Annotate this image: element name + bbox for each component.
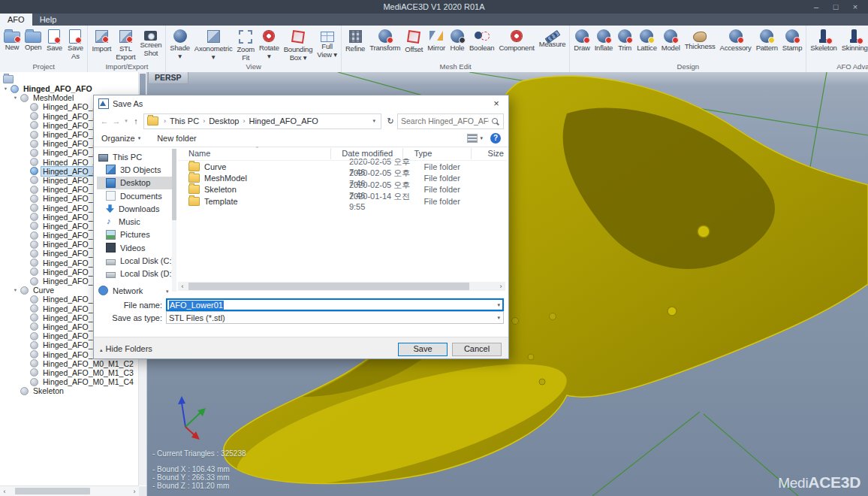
pattern-button[interactable]: Pattern [754, 27, 780, 53]
column-header-name[interactable]: Name [178, 148, 331, 159]
scroll-right-icon[interactable]: › [130, 487, 139, 496]
save-type-dropdown-icon[interactable]: ▾ [497, 315, 500, 321]
rotate-button[interactable]: Rotate ▾ [257, 27, 282, 60]
accessory-button[interactable]: Accessory [718, 27, 754, 53]
up-icon[interactable]: ↑ [130, 116, 142, 126]
stamp-button[interactable]: Stamp [780, 27, 804, 53]
inflate-button[interactable]: Inflate [592, 27, 615, 53]
import-button[interactable]: Import [89, 27, 113, 53]
dialog-close-icon[interactable]: × [484, 95, 508, 112]
tree-item-hinged-afo-m0-m1-c2[interactable]: Hinged_AFO_M0_M1_C2 [0, 359, 139, 368]
save-button[interactable]: Save [44, 27, 65, 53]
stl-export-button[interactable]: STL Export [113, 27, 137, 61]
sidebar-scrollbar[interactable] [172, 149, 176, 292]
column-header-size[interactable]: Size [472, 148, 507, 159]
hole-button[interactable]: Hole [448, 27, 467, 53]
save-type-select[interactable]: STL Files (*.stl) ▾ [166, 311, 504, 324]
file-row-template[interactable]: Template2020-01-14 오전 9:55File folder [178, 195, 507, 207]
sidebar-scroll-thumb[interactable] [172, 149, 176, 220]
expand-chevron-icon[interactable]: ▾ [12, 287, 19, 293]
breadcrumb-this-pc[interactable]: This PC [167, 116, 202, 126]
scroll-left-icon[interactable]: ‹ [0, 487, 9, 496]
tree-hscroll-thumb[interactable] [15, 488, 90, 494]
tree-item-hinged-afo-m0-m1-c3[interactable]: Hinged_AFO_M0_M1_C3 [0, 368, 139, 377]
boolean-button[interactable]: Boolean [467, 27, 496, 53]
sidebar-item-pictures[interactable]: Pictures [97, 228, 172, 241]
sidebar-item-network[interactable]: Network [97, 284, 172, 297]
skeleton-button[interactable]: Skeleton [808, 27, 839, 53]
tree-item-hinged-afo-afo[interactable]: ▾Hinged_AFO_AFO [0, 84, 139, 93]
bounding-box-button[interactable]: Bounding Box ▾ [282, 27, 315, 62]
model-button[interactable]: Model [659, 27, 683, 53]
refresh-icon[interactable]: ↻ [384, 116, 397, 126]
screen-shot-button[interactable]: Screen Shot [137, 27, 164, 57]
hscroll-track[interactable] [9, 488, 130, 494]
maximize-button[interactable]: □ [826, 0, 845, 14]
perspective-view-tab[interactable]: PERSP [148, 72, 188, 84]
sidebar-item-downloads[interactable]: Downloads [97, 202, 172, 215]
help-button[interactable]: ? [490, 133, 501, 144]
thickness-button[interactable]: Thickness [683, 27, 718, 51]
list-hscroll-thumb[interactable] [188, 283, 469, 290]
tree-horizontal-scrollbar[interactable]: ‹ › [0, 485, 139, 496]
sidebar-item-3d-objects[interactable]: 3D Objects [97, 163, 172, 176]
search-input[interactable] [398, 116, 492, 126]
lattice-button[interactable]: Lattice [634, 27, 659, 53]
hide-folders-button[interactable]: ▴Hide Folders [100, 344, 152, 353]
skinning-button[interactable]: Skinning [839, 27, 868, 53]
forward-icon[interactable]: → [110, 116, 122, 126]
sidebar-item-local-disk-d[interactable]: Local Disk (D:) [97, 268, 172, 280]
mirror-button[interactable]: Mirror [425, 27, 448, 53]
transform-button[interactable]: Transform [367, 27, 402, 53]
dialog-title-bar[interactable]: Save As × [94, 95, 508, 112]
zoom-fit-button[interactable]: Zoom Fit [234, 27, 256, 62]
draw-button[interactable]: Draw [571, 27, 592, 53]
file-name-input[interactable]: AFO_Lower01 ▾ [166, 298, 504, 311]
history-dropdown-icon[interactable]: ▾ [122, 118, 130, 124]
measure-button[interactable]: Measure [537, 27, 568, 49]
new-button[interactable]: New [2, 27, 23, 52]
sidebar-item-desktop[interactable]: Desktop [97, 177, 172, 189]
sidebar-item-local-disk-c[interactable]: Local Disk (C:) [97, 254, 172, 267]
full-view-button[interactable]: Full View ▾ [315, 27, 339, 59]
organize-button[interactable]: Organize [101, 134, 135, 143]
sidebar-scroll-down-icon[interactable]: ▾ [166, 289, 169, 295]
menu-help[interactable]: Help [32, 14, 65, 26]
sidebar-item-this-pc[interactable]: This PC [97, 150, 172, 163]
expand-chevron-icon[interactable]: ▾ [12, 95, 19, 101]
sidebar-item-videos[interactable]: Videos [97, 241, 172, 254]
column-header-type[interactable]: Type [403, 148, 472, 159]
minimize-button[interactable]: – [806, 0, 826, 14]
tree-item-hinged-afo-m0-m1-c4[interactable]: Hinged_AFO_M0_M1_C4 [0, 377, 139, 386]
axonometric-button[interactable]: Axonometric ▾ [192, 27, 235, 61]
file-list-hscrollbar[interactable]: ‹ › [178, 282, 505, 291]
save-as-button[interactable]: Save As [65, 27, 86, 60]
search-box[interactable] [397, 113, 504, 129]
list-scroll-right-icon[interactable]: › [496, 282, 505, 291]
open-button[interactable]: Open [23, 27, 44, 52]
file-name-value[interactable]: AFO_Lower01 [169, 301, 224, 310]
view-options-button[interactable]: ▾ [467, 134, 483, 143]
sidebar-item-music[interactable]: Music [97, 215, 172, 228]
offset-button[interactable]: Offset [402, 27, 425, 54]
component-button[interactable]: Component [496, 27, 536, 53]
new-folder-button[interactable]: New folder [157, 134, 197, 143]
refine-button[interactable]: Refine [343, 27, 367, 53]
sidebar-item-documents[interactable]: Documents [97, 189, 172, 202]
close-button[interactable]: × [845, 0, 865, 14]
shade-button[interactable]: Shade ▾ [167, 27, 191, 60]
breadcrumb-hinged-afo-afo[interactable]: Hinged_AFO_AFO [246, 116, 321, 126]
file-name-dropdown-icon[interactable]: ▾ [497, 302, 500, 308]
expand-chevron-icon[interactable]: ▾ [2, 86, 9, 92]
address-dropdown-icon[interactable]: ▾ [370, 118, 378, 124]
cancel-button[interactable]: Cancel [452, 343, 502, 356]
tree-item-skeleton[interactable]: Skeleton [0, 386, 139, 395]
column-header-date-modified[interactable]: Date modified [331, 148, 403, 159]
trim-button[interactable]: Trim [615, 27, 634, 53]
back-icon[interactable]: ← [98, 116, 110, 126]
menu-afo[interactable]: AFO [0, 14, 32, 26]
address-breadcrumb[interactable]: ›This PC›Desktop›Hinged_AFO_AFO▾ [143, 113, 381, 129]
save-button[interactable]: Save [398, 343, 448, 356]
breadcrumb-desktop[interactable]: Desktop [206, 116, 242, 126]
organize-dropdown-icon[interactable]: ▾ [138, 135, 141, 141]
